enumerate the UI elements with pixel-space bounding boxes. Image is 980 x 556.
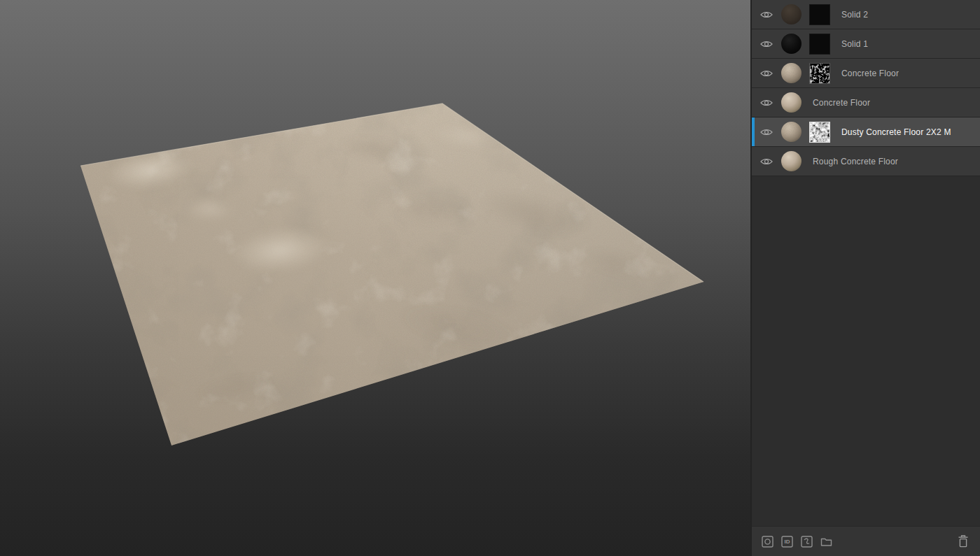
visibility-eye-icon[interactable] — [760, 40, 773, 48]
layer-label: Solid 1 — [841, 39, 868, 49]
add-group-button folder-icon[interactable] — [820, 536, 832, 548]
layer-mask-thumbnail mask-grunge-light[interactable] — [809, 122, 830, 143]
visibility-eye-icon[interactable] — [760, 99, 773, 107]
layer-mask-thumbnail mask-black[interactable] — [809, 4, 830, 25]
layer-thumbnail concrete-sphere[interactable] — [781, 63, 802, 83]
layer-row-5[interactable]: Rough Concrete Floor — [752, 147, 980, 176]
id-glyph: ID — [785, 539, 790, 545]
floor-plane-render — [0, 0, 750, 556]
layer-label: Rough Concrete Floor — [813, 157, 898, 166]
layer-row-1[interactable]: Solid 1 — [752, 29, 980, 59]
layer-label: Concrete Floor — [841, 69, 899, 78]
layer-list: Solid 2 Solid 1 Concrete Floor Concrete … — [752, 0, 980, 176]
layer-thumbnail solid-dark-brown[interactable] — [781, 4, 802, 24]
add-solid-layer-button solid-square-icon[interactable] — [762, 536, 774, 548]
layer-thumbnail smooth-sphere[interactable] — [781, 151, 802, 171]
layer-row-4[interactable]: Dusty Concrete Floor 2X2 M — [752, 117, 980, 147]
selected-accent-bar — [752, 117, 755, 146]
add-material-id-button id-square-icon[interactable]: ID — [781, 536, 793, 548]
viewport-3d[interactable] — [0, 0, 750, 556]
layers-toolbar: ID — [752, 526, 980, 556]
layer-label: Dusty Concrete Floor 2X2 M — [841, 127, 951, 137]
visibility-eye-icon[interactable] — [760, 128, 773, 136]
layer-label: Solid 2 — [841, 10, 868, 20]
layer-row-2[interactable]: Concrete Floor — [752, 59, 980, 88]
add-procedural-button curve-square-icon[interactable] — [801, 536, 813, 548]
layers-panel: Solid 2 Solid 1 Concrete Floor Concrete … — [750, 0, 980, 556]
layer-row-0[interactable]: Solid 2 — [752, 0, 980, 29]
delete-layer-button trash-icon[interactable] — [958, 535, 969, 548]
layer-thumbnail smooth-sphere[interactable] — [781, 92, 802, 113]
layer-thumbnail solid-black[interactable] — [781, 34, 802, 54]
layer-thumbnail concrete-sphere[interactable] — [781, 122, 802, 142]
layer-label: Concrete Floor — [813, 98, 870, 108]
visibility-eye-icon[interactable] — [760, 157, 773, 166]
visibility-eye-icon[interactable] — [760, 69, 773, 78]
layer-mask-thumbnail mask-grunge-dark[interactable] — [809, 63, 830, 84]
layer-row-3[interactable]: Concrete Floor — [752, 88, 980, 117]
visibility-eye-icon[interactable] — [760, 10, 773, 19]
layer-list-empty-area[interactable] — [752, 176, 980, 526]
layer-mask-thumbnail mask-black[interactable] — [809, 34, 830, 55]
